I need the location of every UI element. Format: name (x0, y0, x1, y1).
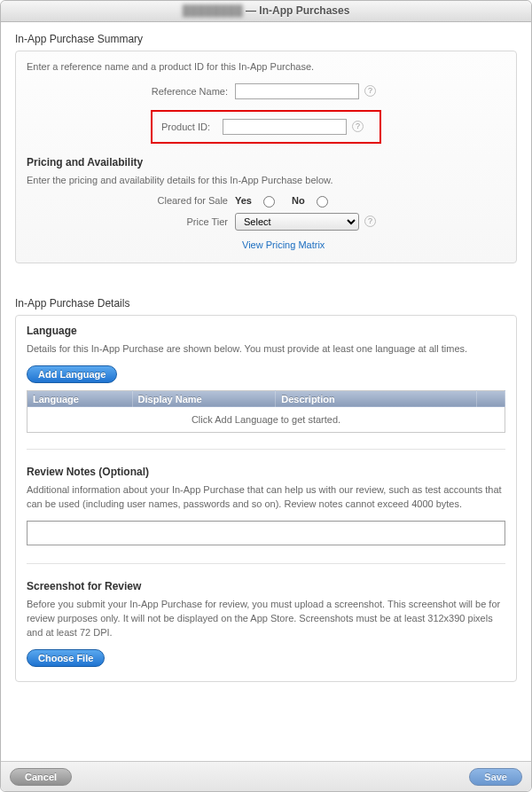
price-tier-select[interactable]: Select (235, 213, 359, 231)
summary-panel: Enter a reference name and a product ID … (15, 51, 517, 263)
cleared-yes-label: Yes (235, 195, 252, 206)
price-tier-label: Price Tier (27, 216, 235, 227)
title-suffix: — In-App Purchases (243, 4, 350, 17)
review-notes-intro: Additional information about your In-App… (27, 483, 505, 512)
reference-name-input[interactable] (235, 83, 359, 99)
table-row: Click Add Language to get started. (27, 407, 505, 433)
cleared-for-sale-row: Cleared for Sale Yes No (27, 193, 505, 208)
cleared-yes-radio[interactable] (263, 196, 275, 208)
cleared-no-radio[interactable] (317, 196, 328, 208)
cleared-radio-group: Yes No (235, 193, 331, 208)
screenshot-heading: Screenshot for Review (27, 580, 505, 592)
screenshot-intro: Before you submit your In-App Purchase f… (27, 598, 505, 640)
language-intro: Details for this In-App Purchase are sho… (27, 342, 505, 357)
pricing-matrix-row: View Pricing Matrix (27, 236, 505, 250)
reference-name-label: Reference Name: (27, 86, 235, 97)
empty-state-cell: Click Add Language to get started. (27, 407, 505, 433)
col-actions (476, 390, 505, 407)
language-heading: Language (27, 325, 505, 337)
summary-intro: Enter a reference name and a product ID … (27, 60, 505, 74)
table-header-row: Language Display Name Description (27, 390, 505, 407)
cancel-button[interactable]: Cancel (10, 768, 72, 786)
col-display-name: Display Name (132, 390, 276, 407)
review-notes-textarea[interactable] (27, 521, 505, 545)
price-tier-row: Price Tier Select ? (27, 213, 505, 231)
product-id-label: Product ID: (161, 122, 223, 132)
col-description: Description (276, 390, 476, 407)
review-notes-heading: Review Notes (Optional) (27, 466, 505, 478)
pricing-heading: Pricing and Availability (27, 156, 505, 169)
cleared-for-sale-label: Cleared for Sale (27, 195, 235, 206)
reference-name-row: Reference Name: ? (27, 83, 505, 99)
help-icon[interactable]: ? (364, 216, 376, 227)
title-app-name: ████████ (183, 1, 243, 21)
window-titlebar: ████████ — In-App Purchases (1, 1, 531, 22)
language-table: Language Display Name Description Click … (27, 390, 505, 433)
pricing-intro: Enter the pricing and availability detai… (27, 174, 505, 188)
divider (27, 449, 505, 450)
details-panel: Language Details for this In-App Purchas… (15, 315, 517, 682)
window-content: In-App Purchase Summary Enter a referenc… (1, 22, 531, 761)
save-button[interactable]: Save (469, 768, 522, 786)
help-icon[interactable]: ? (364, 85, 376, 97)
divider (27, 563, 505, 564)
choose-file-button[interactable]: Choose File (27, 649, 105, 667)
view-pricing-matrix-link[interactable]: View Pricing Matrix (242, 239, 325, 250)
window-footer: Cancel Save (1, 761, 531, 791)
col-language: Language (27, 390, 133, 407)
cleared-no-label: No (292, 195, 305, 206)
iap-window: ████████ — In-App Purchases In-App Purch… (0, 0, 532, 792)
summary-heading: In-App Purchase Summary (15, 33, 517, 45)
add-language-button[interactable]: Add Language (27, 365, 117, 383)
product-id-highlight: Product ID: ? (151, 110, 381, 144)
help-icon[interactable]: ? (352, 121, 364, 132)
product-id-input[interactable] (223, 119, 347, 135)
details-heading: In-App Purchase Details (15, 297, 517, 310)
